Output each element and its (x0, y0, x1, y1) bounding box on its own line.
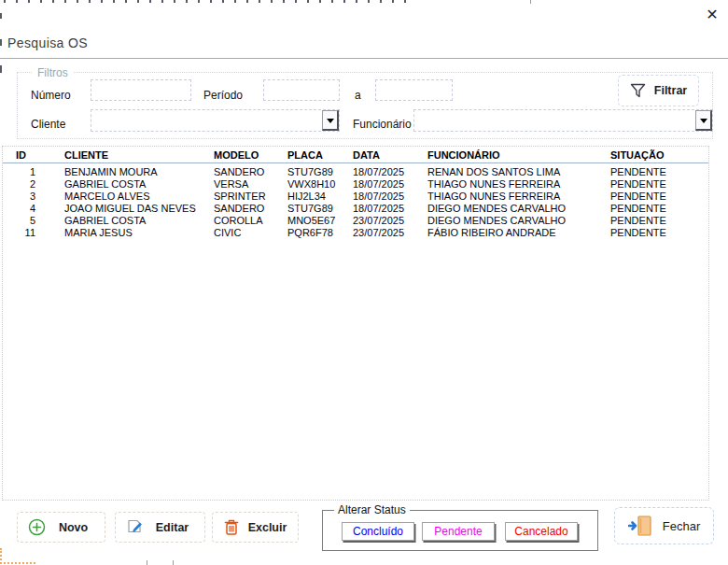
cell-situacao: PENDENTE (610, 166, 666, 178)
cliente-label: Cliente (31, 118, 65, 131)
funcionario-label: Funcionário (353, 118, 412, 131)
cell-placa: VWX8H10 (287, 178, 335, 191)
cell-modelo: COROLLA (214, 215, 263, 227)
results-list: ID CLIENTE MODELO PLACA DATA FUNCIONÁRIO… (2, 146, 709, 501)
cell-cliente: GABRIEL COSTA (64, 178, 146, 191)
cell-situacao: PENDENTE (610, 178, 666, 191)
column-header-funcionario: FUNCIONÁRIO (427, 149, 500, 161)
editar-button[interactable]: Editar (115, 512, 205, 543)
cell-id: 11 (10, 227, 35, 239)
fechar-button[interactable]: Fechar (614, 507, 714, 544)
periodo-label: Período (203, 89, 243, 102)
funcionario-combobox-arrow[interactable] (695, 110, 712, 131)
clipped-fragment-left (0, 39, 2, 46)
column-header-id: ID (16, 149, 26, 161)
cell-id: 3 (10, 191, 35, 203)
cell-data: 18/07/2025 (353, 166, 404, 178)
cell-modelo: SANDERO (214, 203, 264, 215)
table-row[interactable]: 1 BENJAMIN MOURA SANDERO STU7G89 18/07/2… (3, 166, 708, 178)
filters-group-label: Filtros (33, 66, 73, 79)
cell-situacao: PENDENTE (610, 215, 666, 227)
close-icon[interactable]: ✕ (702, 5, 722, 25)
cell-id: 5 (10, 215, 35, 227)
concluido-button[interactable]: Concluído (342, 522, 414, 541)
clipped-text-fragment-top (4, 0, 416, 3)
column-header-placa: PLACA (287, 149, 323, 161)
column-header-modelo: MODELO (214, 149, 259, 161)
edit-pencil-icon (126, 518, 144, 536)
cell-id: 4 (10, 203, 35, 215)
cell-cliente: JOAO MIGUEL DAS NEVES (64, 203, 196, 215)
clipped-fragment-bottom-tick (173, 560, 174, 565)
title-separator (0, 58, 728, 59)
cell-modelo: SPRINTER (214, 191, 266, 203)
cell-placa: STU7G89 (287, 203, 333, 215)
table-row[interactable]: 5 GABRIEL COSTA COROLLA MNO5E67 23/07/20… (3, 215, 708, 227)
cell-funcionario: DIEGO MENDES CARVALHO (427, 215, 566, 227)
alterar-status-groupbox: Alterar Status Concluído Pendente Cancel… (322, 510, 598, 551)
cell-id: 2 (10, 178, 35, 191)
column-header-cliente: CLIENTE (64, 149, 108, 161)
cell-data: 18/07/2025 (353, 191, 404, 203)
page-title: Pesquisa OS (7, 35, 88, 50)
periodo-to-label: a (355, 89, 361, 102)
cell-placa: PQR6F78 (287, 227, 333, 239)
cell-cliente: MARCELO ALVES (64, 191, 150, 203)
cell-cliente: GABRIEL COSTA (64, 215, 146, 227)
fechar-button-label: Fechar (663, 519, 700, 533)
cell-data: 23/07/2025 (353, 227, 404, 239)
numero-input[interactable] (91, 79, 191, 101)
chevron-down-icon (327, 119, 334, 123)
excluir-button[interactable]: Excluir (212, 512, 299, 543)
cell-placa: MNO5E67 (287, 215, 335, 227)
cell-data: 18/07/2025 (353, 178, 404, 191)
periodo-from-input[interactable] (263, 79, 340, 101)
column-header-data: DATA (353, 149, 380, 161)
cell-cliente: BENJAMIN MOURA (64, 166, 158, 178)
cell-cliente: MARIA JESUS (64, 227, 133, 239)
clipped-fragment-left (0, 65, 2, 73)
cliente-combobox[interactable] (91, 109, 340, 132)
funcionario-combobox[interactable] (413, 109, 713, 132)
cell-data: 18/07/2025 (353, 203, 404, 215)
periodo-to-input[interactable] (375, 79, 453, 101)
funnel-icon (630, 83, 646, 99)
cell-situacao: PENDENTE (610, 203, 666, 215)
clipped-fragment-bottom-left (0, 548, 35, 564)
cell-funcionario: FÁBIO RIBEIRO ANDRADE (427, 227, 556, 239)
clipped-fragment-left (0, 13, 2, 19)
novo-button[interactable]: Novo (17, 512, 105, 543)
alterar-status-label: Alterar Status (334, 503, 410, 516)
cliente-combobox-arrow[interactable] (322, 110, 339, 131)
cell-funcionario: RENAN DOS SANTOS LIMA (427, 166, 560, 178)
header-underline (3, 162, 708, 163)
cell-funcionario: DIEGO MENDES CARVALHO (427, 203, 566, 215)
table-rows: 1 BENJAMIN MOURA SANDERO STU7G89 18/07/2… (3, 166, 708, 239)
cell-funcionario: THIAGO NUNES FERREIRA (427, 191, 560, 203)
filtrar-button[interactable]: Filtrar (618, 75, 699, 106)
table-row[interactable]: 2 GABRIEL COSTA VERSA VWX8H10 18/07/2025… (3, 178, 708, 191)
cell-modelo: VERSA (214, 178, 248, 191)
numero-label: Número (31, 89, 71, 102)
cell-situacao: PENDENTE (610, 227, 666, 239)
pendente-button[interactable]: Pendente (422, 522, 495, 541)
pesquisa-os-dialog: ✕ Pesquisa OS Filtros Número Período a F… (0, 0, 728, 565)
cell-placa: STU7G89 (287, 166, 333, 178)
clipped-fragment-bottom-tick (147, 560, 147, 565)
cell-data: 23/07/2025 (353, 215, 404, 227)
cell-funcionario: THIAGO NUNES FERREIRA (427, 178, 560, 191)
cell-id: 1 (10, 166, 35, 178)
cell-modelo: CIVIC (214, 227, 241, 239)
table-row[interactable]: 3 MARCELO ALVES SPRINTER HIJ2L34 18/07/2… (3, 191, 708, 203)
filtrar-button-label: Filtrar (654, 84, 687, 97)
cell-placa: HIJ2L34 (287, 191, 326, 203)
table-row[interactable]: 11 MARIA JESUS CIVIC PQR6F78 23/07/2025 … (3, 227, 708, 239)
clipped-fragment-top-tick (530, 0, 531, 4)
cell-modelo: SANDERO (214, 166, 264, 178)
cancelado-button[interactable]: Cancelado (505, 522, 578, 541)
table-row[interactable]: 4 JOAO MIGUEL DAS NEVES SANDERO STU7G89 … (3, 203, 708, 215)
plus-circle-icon (28, 518, 46, 536)
exit-door-icon (628, 515, 653, 537)
column-header-situacao: SITUAÇÃO (610, 149, 664, 161)
cell-situacao: PENDENTE (610, 191, 666, 203)
